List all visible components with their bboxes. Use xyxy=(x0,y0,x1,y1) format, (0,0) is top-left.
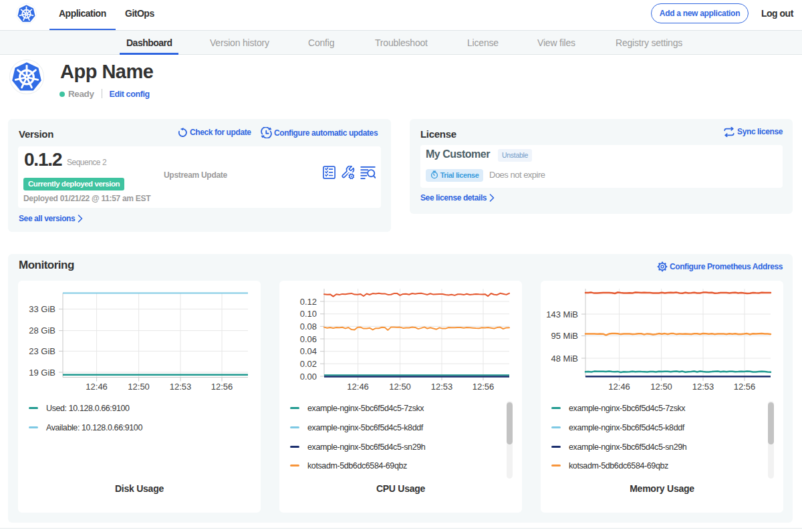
svg-text:12:50: 12:50 xyxy=(650,382,672,392)
svg-text:0.06: 0.06 xyxy=(300,334,317,344)
svg-text:12:53: 12:53 xyxy=(431,382,453,392)
svg-text:48 MiB: 48 MiB xyxy=(551,354,578,364)
svg-text:0.12: 0.12 xyxy=(300,297,317,307)
svg-text:12:56: 12:56 xyxy=(473,382,495,392)
svg-text:12:50: 12:50 xyxy=(389,382,411,392)
svg-text:0.08: 0.08 xyxy=(300,321,317,331)
svg-text:143 MiB: 143 MiB xyxy=(546,309,578,319)
svg-text:0.10: 0.10 xyxy=(300,309,317,319)
svg-text:19 GiB: 19 GiB xyxy=(29,368,55,378)
svg-text:12:56: 12:56 xyxy=(734,382,756,392)
svg-text:23 GiB: 23 GiB xyxy=(29,346,55,356)
svg-text:0.00: 0.00 xyxy=(300,372,317,382)
svg-text:12:50: 12:50 xyxy=(128,382,150,392)
svg-text:12:46: 12:46 xyxy=(608,382,630,392)
svg-text:0.04: 0.04 xyxy=(300,346,317,356)
svg-text:12:46: 12:46 xyxy=(347,382,369,392)
svg-text:28 GiB: 28 GiB xyxy=(29,325,55,336)
svg-text:12:46: 12:46 xyxy=(86,382,108,392)
svg-text:95 MiB: 95 MiB xyxy=(551,331,578,341)
svg-text:0.02: 0.02 xyxy=(300,359,317,369)
svg-text:12:56: 12:56 xyxy=(211,382,233,392)
svg-text:12:53: 12:53 xyxy=(170,382,192,392)
svg-text:33 GiB: 33 GiB xyxy=(29,304,55,314)
svg-text:12:53: 12:53 xyxy=(692,382,714,392)
